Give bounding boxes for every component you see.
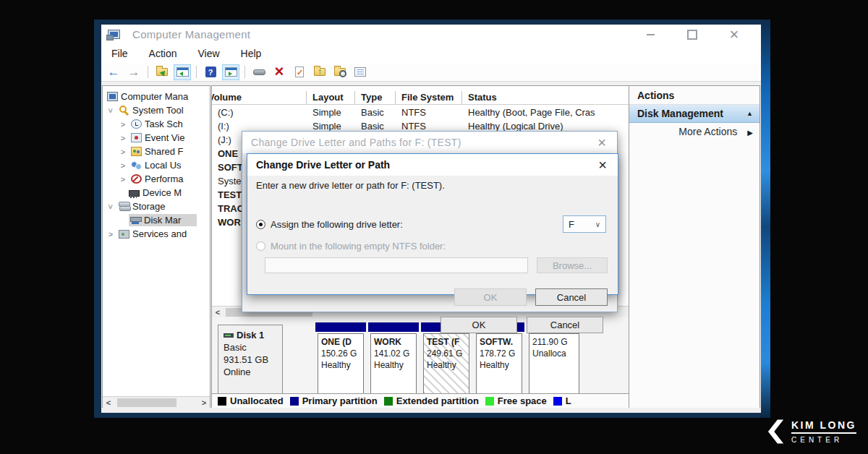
tree-item-label: System Tool <box>132 105 184 116</box>
legend-label: Extended partition <box>396 395 479 406</box>
disk-status: Online <box>224 366 282 378</box>
console-icon[interactable] <box>251 65 267 80</box>
close-icon[interactable] <box>596 158 609 171</box>
details-list-icon[interactable] <box>352 65 368 80</box>
legend-swatch-blue <box>553 397 562 406</box>
radio-unselected-icon[interactable] <box>256 241 265 251</box>
menu-bar: File Action View Help <box>101 44 761 63</box>
scrollbar-thumb[interactable] <box>117 398 176 407</box>
properties-check-icon[interactable] <box>292 65 307 80</box>
tree-item-event-viewer[interactable]: Event Vie <box>103 131 210 145</box>
actions-disk-management-group[interactable]: Disk Management <box>629 105 760 123</box>
mount-folder-option[interactable]: Mount in the following empty NTFS folder… <box>256 241 446 252</box>
toolbar-separator <box>196 66 197 78</box>
partition-size: 150.26 G <box>321 348 362 359</box>
cell-volume: (C:) <box>212 106 307 119</box>
radio-label: Assign the following drive letter: <box>271 219 403 230</box>
menu-action[interactable]: Action <box>149 48 177 59</box>
menu-view[interactable]: View <box>197 48 219 59</box>
dialog-prompt: Enter a new drive letter or path for F: … <box>256 180 445 191</box>
computer-icon <box>107 92 118 101</box>
chevron-down-icon[interactable] <box>106 106 116 115</box>
show-console-tree-icon[interactable] <box>174 65 190 80</box>
minimize-icon[interactable] <box>645 30 655 40</box>
help-icon[interactable] <box>203 65 218 80</box>
watermark-line1: KIM LONG <box>791 419 856 434</box>
partition-status: Unalloca <box>532 348 577 359</box>
back-icon[interactable] <box>106 65 122 80</box>
ok-button[interactable]: OK <box>441 317 517 333</box>
chevron-right-icon[interactable] <box>106 230 116 239</box>
assign-drive-letter-option[interactable]: Assign the following drive letter: <box>256 219 403 230</box>
drive-letter-dropdown[interactable]: F <box>563 215 606 233</box>
partition-one[interactable]: ONE (D 150.26 G Healthy <box>315 322 366 397</box>
cancel-button[interactable]: Cancel <box>527 317 603 333</box>
tree-item-disk-management[interactable]: Disk Mar <box>103 213 210 227</box>
dialog-title-bar[interactable]: Change Drive Letter and Paths for F: (TE… <box>242 132 617 153</box>
menu-file[interactable]: File <box>111 48 128 59</box>
partition-name: ONE (D <box>321 336 362 348</box>
partition-body: 211.90 G Unalloca <box>529 333 579 394</box>
tree-item-task-scheduler[interactable]: Task Sch <box>103 117 210 131</box>
disk-size: 931.51 GB <box>224 354 282 366</box>
column-layout[interactable]: Layout <box>307 91 355 104</box>
tree-item-shared-folders[interactable]: Shared F <box>103 145 210 158</box>
legend-label: Unallocated <box>230 395 284 406</box>
radio-selected-icon[interactable] <box>256 220 265 229</box>
legend-item-unallocated: Unallocated <box>218 395 284 406</box>
legend-item-logical: L <box>553 395 571 406</box>
tree-item-storage[interactable]: Storage <box>103 200 210 213</box>
partition-name: TEST (F <box>427 336 467 348</box>
browse-button[interactable]: Browse... <box>537 257 608 273</box>
chevron-down-icon[interactable] <box>106 202 116 211</box>
close-icon[interactable] <box>595 136 608 149</box>
chevron-right-icon[interactable] <box>118 147 128 156</box>
close-icon[interactable] <box>729 30 739 40</box>
partition-color-bar <box>368 322 419 332</box>
cancel-button[interactable]: Cancel <box>535 288 608 306</box>
scroll-right-icon[interactable] <box>198 397 210 408</box>
partition-body: TEST (F 249.61 G Healthy <box>423 333 469 394</box>
partition-software[interactable]: SOFTW. 178.72 G Healthy <box>474 322 524 397</box>
partition-unallocated[interactable]: 211.90 G Unalloca <box>527 322 582 397</box>
forward-icon[interactable] <box>126 65 142 80</box>
tree-item-local-users[interactable]: Local Us <box>103 158 210 172</box>
collapse-icon[interactable] <box>746 110 753 117</box>
column-volume[interactable]: Volume <box>212 91 307 104</box>
open-folder-icon[interactable] <box>312 65 328 80</box>
export-list-icon[interactable] <box>154 65 170 80</box>
maximize-icon[interactable] <box>687 30 697 40</box>
tree-item-services[interactable]: Services and <box>103 227 210 241</box>
mount-path-input[interactable] <box>265 257 528 273</box>
chevron-right-icon[interactable] <box>118 120 128 129</box>
tree-item-computer-management[interactable]: Computer Mana <box>103 90 210 103</box>
tree-horizontal-scrollbar[interactable] <box>103 396 210 408</box>
delete-icon[interactable] <box>271 65 287 80</box>
tree-item-device-manager[interactable]: Device M <box>103 186 210 200</box>
status-bar <box>101 408 761 413</box>
tree-item-performance[interactable]: Performa <box>103 172 210 186</box>
disk-info-panel[interactable]: Disk 1 Basic 931.51 GB Online <box>218 325 283 397</box>
partition-test-selected[interactable]: TEST (F 249.61 G Healthy <box>421 322 472 397</box>
chevron-right-icon[interactable] <box>118 161 128 170</box>
find-folder-icon[interactable] <box>332 65 348 80</box>
disk-type: Basic <box>224 341 282 354</box>
scroll-left-icon[interactable] <box>212 307 224 318</box>
more-actions-item[interactable]: More Actions <box>629 123 760 140</box>
chevron-right-icon[interactable] <box>118 134 128 142</box>
chevron-right-icon[interactable] <box>118 175 128 184</box>
dialog-title: Change Drive Letter and Paths for F: (TE… <box>251 137 461 148</box>
dialog-title-bar[interactable]: Change Drive Letter or Path <box>247 154 618 176</box>
console-tree-pane: Computer Mana System Tool Task Sch <box>102 85 210 408</box>
show-action-pane-icon[interactable] <box>223 65 239 80</box>
partition-work[interactable]: WORK 141.02 G Healthy <box>368 322 419 397</box>
column-file-system[interactable]: File System <box>396 91 462 104</box>
tree-item-system-tools[interactable]: System Tool <box>103 103 210 117</box>
device-manager-icon <box>129 190 140 197</box>
partition-name: SOFTW. <box>480 336 520 348</box>
column-type[interactable]: Type <box>355 91 396 104</box>
scroll-left-icon[interactable] <box>103 397 114 408</box>
menu-help[interactable]: Help <box>241 48 262 59</box>
drive-letter-value: F <box>569 219 574 230</box>
ok-button[interactable]: OK <box>454 288 527 306</box>
